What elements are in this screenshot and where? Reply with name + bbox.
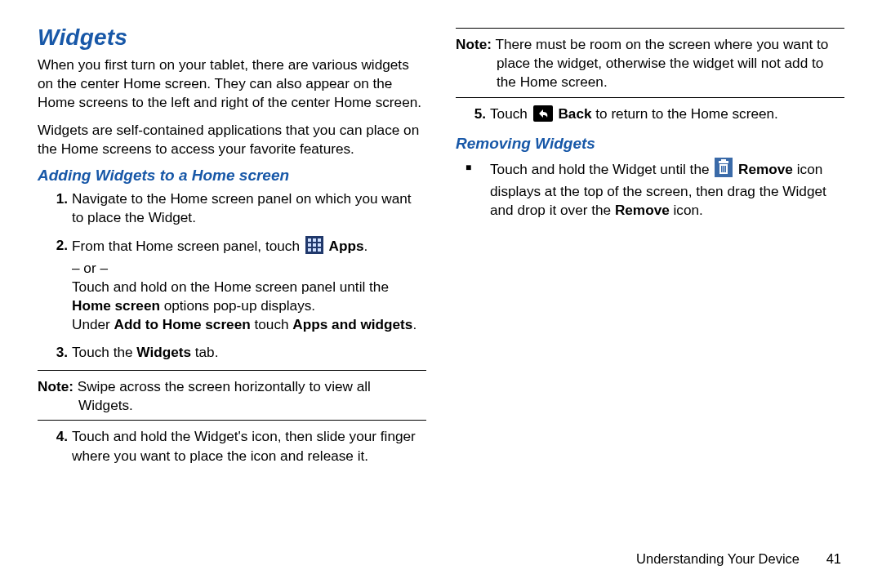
text: Under	[72, 316, 114, 332]
text: to return to the Home screen.	[592, 105, 778, 122]
steps-continued: 5. Touch Back to return to the Home scre…	[456, 105, 844, 127]
divider	[38, 420, 426, 421]
apps-grid-icon	[305, 236, 323, 259]
left-column: Widgets When you first turn on your tabl…	[38, 24, 426, 474]
step-text: Touch and hold the Widget's icon, then s…	[72, 427, 426, 465]
removing-widgets-list: ■ Touch and hold the Widget until the	[456, 158, 844, 220]
divider	[38, 370, 426, 371]
home-screen-bold: Home screen	[72, 297, 160, 314]
text: From that Home screen panel, touch	[72, 238, 304, 254]
svg-rect-4	[308, 243, 311, 247]
widgets-tab-bold: Widgets	[136, 344, 191, 360]
adding-widgets-steps-cont: 4. Touch and hold the Widget's icon, the…	[38, 427, 426, 465]
apps-and-widgets-bold: Apps and widgets	[292, 316, 412, 332]
svg-rect-12	[719, 161, 728, 163]
two-column-layout: Widgets When you first turn on your tabl…	[38, 24, 844, 474]
back-icon	[533, 105, 553, 127]
note-label: Note:	[456, 36, 492, 52]
section-heading-widgets: Widgets	[38, 24, 426, 51]
remove-trash-icon	[715, 158, 733, 182]
step-number: 4.	[47, 427, 68, 446]
svg-rect-16	[724, 166, 725, 172]
svg-rect-13	[721, 159, 726, 161]
svg-rect-9	[318, 248, 321, 252]
step-2: 2. From that Home screen panel, touch	[38, 236, 426, 335]
text: Touch and hold the Widget until the	[490, 161, 713, 177]
svg-rect-1	[308, 238, 311, 242]
remove-text: Touch and hold the Widget until the	[490, 158, 844, 220]
step-5: 5. Touch Back to return to the Home scre…	[456, 105, 844, 127]
step-4: 4. Touch and hold the Widget's icon, the…	[38, 427, 426, 465]
svg-rect-15	[721, 166, 723, 172]
svg-rect-17	[725, 166, 727, 172]
back-label-bold: Back	[558, 105, 591, 122]
right-column: Note: There must be room on the screen w…	[456, 24, 844, 474]
footer-section-title: Understanding Your Device	[636, 551, 800, 566]
svg-rect-6	[318, 243, 321, 247]
step-3: 3. Touch the Widgets tab.	[38, 343, 426, 362]
subheading-removing-widgets: Removing Widgets	[456, 135, 844, 153]
svg-rect-2	[313, 238, 316, 242]
note-swipe-widgets: Note: Swipe across the screen horizontal…	[38, 377, 426, 415]
divider	[456, 28, 844, 29]
manual-page: Widgets When you first turn on your tabl…	[0, 0, 882, 588]
remove-bullet: ■ Touch and hold the Widget until the	[456, 158, 844, 220]
text: .	[412, 316, 416, 332]
note-room-on-screen: Note: There must be room on the screen w…	[456, 35, 844, 92]
adding-widgets-steps: 1. Navigate to the Home screen panel on …	[38, 189, 426, 362]
step-text: Navigate to the Home screen panel on whi…	[72, 189, 426, 227]
note-label: Note:	[38, 378, 74, 394]
page-footer: Understanding Your Device 41	[636, 551, 841, 567]
note-text: There must be room on the screen where y…	[492, 36, 828, 90]
step-text: From that Home screen panel, touch	[72, 236, 426, 335]
divider	[456, 97, 844, 98]
step-number: 1.	[47, 189, 68, 208]
text: Touch	[490, 105, 532, 122]
footer-page-number: 41	[826, 551, 841, 567]
note-text: Swipe across the screen horizontally to …	[74, 378, 371, 413]
apps-label: Apps	[329, 238, 364, 254]
text: touch	[251, 316, 293, 332]
step-number: 3.	[47, 343, 68, 362]
text: options pop-up displays.	[160, 297, 315, 314]
svg-rect-3	[318, 238, 321, 242]
text: tab.	[191, 344, 218, 360]
remove-bold: Remove	[738, 161, 793, 177]
remove-bold-2: Remove	[615, 202, 670, 218]
step-text: Touch Back to return to the Home screen.	[490, 105, 844, 127]
svg-rect-8	[313, 248, 316, 252]
svg-rect-7	[308, 248, 311, 252]
or-divider: – or –	[72, 260, 108, 276]
text: Touch the	[72, 344, 136, 360]
intro-paragraph-1: When you first turn on your tablet, ther…	[38, 56, 426, 113]
text: .	[363, 238, 368, 254]
bullet-marker: ■	[466, 158, 471, 177]
intro-paragraph-2: Widgets are self-contained applications …	[38, 121, 426, 158]
add-to-home-screen-bold: Add to Home screen	[114, 316, 251, 332]
text: Touch and hold on the Home screen panel …	[72, 278, 389, 295]
step-text: Touch the Widgets tab.	[72, 343, 426, 362]
svg-rect-5	[313, 243, 316, 247]
subheading-adding-widgets: Adding Widgets to a Home screen	[38, 167, 426, 185]
step-number: 5.	[466, 105, 486, 123]
text: icon.	[670, 202, 703, 218]
step-number: 2.	[47, 236, 68, 255]
step-1: 1. Navigate to the Home screen panel on …	[38, 189, 426, 227]
